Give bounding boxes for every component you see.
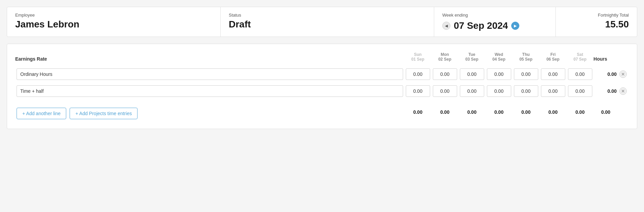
day-name-5: Fri <box>540 52 567 57</box>
row-2-day-2-cell <box>459 84 486 98</box>
divider-row-mid <box>15 81 629 84</box>
row-2-total: 0.00 <box>594 84 618 98</box>
row-1-day-1-cell <box>431 67 459 81</box>
row-2-day-4-input[interactable] <box>514 85 538 97</box>
day-name-4: Thu <box>513 52 540 57</box>
day-date-0: 01 Sep <box>404 57 431 62</box>
action-buttons: + Add another line + Add Projects time e… <box>17 105 403 119</box>
status-label: Status <box>229 13 426 18</box>
day-date-5: 06 Sep <box>540 57 567 62</box>
grand-total: 0.00 <box>594 101 618 121</box>
row-1-day-3-input[interactable] <box>487 68 511 80</box>
totals-row: + Add another line + Add Projects time e… <box>15 101 629 121</box>
row-2-label-input[interactable] <box>17 85 403 97</box>
day-header-2: Tue 03 Sep <box>459 52 486 64</box>
week-ending-section: Week ending ◀ 07 Sep 2024 ▶ <box>434 7 556 37</box>
row-1-remove-cell: ✕ <box>618 67 629 81</box>
day-name-2: Tue <box>459 52 486 57</box>
row-1-total: 0.00 <box>594 67 618 81</box>
row-1-day-6-cell <box>567 67 594 81</box>
row-2-day-3-input[interactable] <box>487 85 511 97</box>
row-2-day-0-cell <box>404 84 431 98</box>
table-row: 0.00 ✕ <box>15 84 629 98</box>
row-1-day-2-cell <box>459 67 486 81</box>
total-day-6: 0.00 <box>567 101 594 121</box>
status-value: Draft <box>229 19 426 30</box>
day-name-6: Sat <box>567 52 594 57</box>
row-2-day-6-cell <box>567 84 594 98</box>
row-2-day-4-cell <box>513 84 540 98</box>
add-line-button[interactable]: + Add another line <box>17 108 66 119</box>
row-1-day-2-input[interactable] <box>460 68 484 80</box>
row-1-day-6-input[interactable] <box>568 68 592 80</box>
row-1-day-0-cell <box>404 67 431 81</box>
divider-row-bottom <box>15 98 629 101</box>
row-1-day-1-input[interactable] <box>433 68 457 80</box>
day-date-3: 04 Sep <box>486 57 513 62</box>
day-header-6: Sat 07 Sep <box>567 52 594 64</box>
row-1-day-5-cell <box>540 67 567 81</box>
timesheet-table: Earnings Rate Sun 01 Sep Mon 02 Sep Tue … <box>15 52 629 121</box>
fortnightly-total: 15.50 <box>564 19 629 30</box>
row-2-label-cell <box>15 84 404 98</box>
hours-header: Hours <box>594 52 618 64</box>
row-2-day-5-cell <box>540 84 567 98</box>
row-2-remove-cell: ✕ <box>618 84 629 98</box>
remove-header <box>618 52 629 64</box>
fortnightly-label: Fortnightly Total <box>564 13 629 18</box>
day-name-3: Wed <box>486 52 513 57</box>
table-row: 0.00 ✕ <box>15 67 629 81</box>
fortnightly-section: Fortnightly Total 15.50 <box>556 7 637 37</box>
day-date-2: 03 Sep <box>459 57 486 62</box>
prev-week-button[interactable]: ◀ <box>442 22 450 30</box>
total-day-5: 0.00 <box>540 101 567 121</box>
row-1-remove-button[interactable]: ✕ <box>619 70 627 78</box>
week-nav: ◀ 07 Sep 2024 ▶ <box>442 20 519 31</box>
total-day-2: 0.00 <box>459 101 486 121</box>
actions-cell: + Add another line + Add Projects time e… <box>15 101 404 121</box>
day-header-0: Sun 01 Sep <box>404 52 431 64</box>
total-day-1: 0.00 <box>431 101 459 121</box>
employee-label: Employee <box>15 13 212 18</box>
row-2-day-3-cell <box>486 84 513 98</box>
row-2-day-6-input[interactable] <box>568 85 592 97</box>
day-name-0: Sun <box>404 52 431 57</box>
next-week-button[interactable]: ▶ <box>511 22 519 30</box>
row-1-day-4-cell <box>513 67 540 81</box>
row-2-day-1-input[interactable] <box>433 85 457 97</box>
timesheet-card: Earnings Rate Sun 01 Sep Mon 02 Sep Tue … <box>7 44 637 129</box>
row-2-day-1-cell <box>431 84 459 98</box>
row-2-day-5-input[interactable] <box>541 85 565 97</box>
total-remove-placeholder <box>618 101 629 121</box>
day-header-1: Mon 02 Sep <box>431 52 459 64</box>
day-date-4: 05 Sep <box>513 57 540 62</box>
total-day-0: 0.00 <box>404 101 431 121</box>
add-projects-button[interactable]: + Add Projects time entries <box>70 108 138 119</box>
employee-name: James Lebron <box>15 19 212 30</box>
row-1-day-3-cell <box>486 67 513 81</box>
status-section: Status Draft <box>221 7 434 37</box>
divider-row-top <box>15 64 629 67</box>
row-2-day-0-input[interactable] <box>406 85 430 97</box>
header-card: Employee James Lebron Status Draft Week … <box>7 7 637 37</box>
day-date-1: 02 Sep <box>431 57 459 62</box>
row-1-day-0-input[interactable] <box>406 68 430 80</box>
total-day-3: 0.00 <box>486 101 513 121</box>
week-date: 07 Sep 2024 <box>454 20 508 31</box>
earnings-rate-header: Earnings Rate <box>15 52 404 64</box>
day-header-4: Thu 05 Sep <box>513 52 540 64</box>
day-date-6: 07 Sep <box>567 57 594 62</box>
row-1-day-4-input[interactable] <box>514 68 538 80</box>
employee-section: Employee James Lebron <box>7 7 221 37</box>
total-day-4: 0.00 <box>513 101 540 121</box>
day-header-3: Wed 04 Sep <box>486 52 513 64</box>
table-header-row: Earnings Rate Sun 01 Sep Mon 02 Sep Tue … <box>15 52 629 64</box>
week-ending-label: Week ending <box>442 13 468 18</box>
row-1-label-input[interactable] <box>17 68 403 80</box>
day-header-5: Fri 06 Sep <box>540 52 567 64</box>
row-1-day-5-input[interactable] <box>541 68 565 80</box>
day-name-1: Mon <box>431 52 459 57</box>
row-2-remove-button[interactable]: ✕ <box>619 87 627 95</box>
row-1-label-cell <box>15 67 404 81</box>
row-2-day-2-input[interactable] <box>460 85 484 97</box>
